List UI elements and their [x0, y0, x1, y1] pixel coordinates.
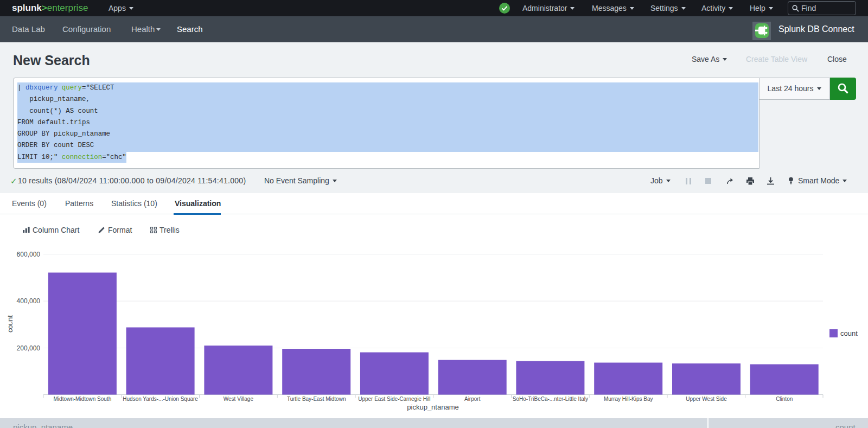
svg-text:West Village: West Village — [224, 396, 254, 402]
svg-text:400,000: 400,000 — [17, 297, 41, 305]
svg-text:Midtown-Midtown South: Midtown-Midtown South — [54, 396, 112, 402]
svg-text:Upper West Side: Upper West Side — [686, 396, 727, 402]
svg-text:Airport: Airport — [464, 396, 481, 402]
svg-text:200,000: 200,000 — [17, 344, 41, 352]
svg-text:Murray Hill-Kips Bay: Murray Hill-Kips Bay — [604, 396, 653, 402]
svg-text:SoHo-TriBeCa-...nter-Little It: SoHo-TriBeCa-...nter-Little Italy — [513, 396, 588, 402]
svg-text:Clinton: Clinton — [776, 396, 793, 402]
svg-text:Turtle Bay-East Midtown: Turtle Bay-East Midtown — [287, 396, 346, 402]
svg-text:count: count — [840, 329, 858, 337]
svg-text:Hudson Yards-...-Union Square: Hudson Yards-...-Union Square — [123, 396, 198, 402]
svg-text:600,000: 600,000 — [17, 251, 41, 258]
svg-text:Upper East Side-Carnegie Hill: Upper East Side-Carnegie Hill — [358, 396, 430, 402]
svg-text:pickup_ntaname: pickup_ntaname — [407, 403, 458, 411]
svg-text:count: count — [6, 315, 14, 333]
